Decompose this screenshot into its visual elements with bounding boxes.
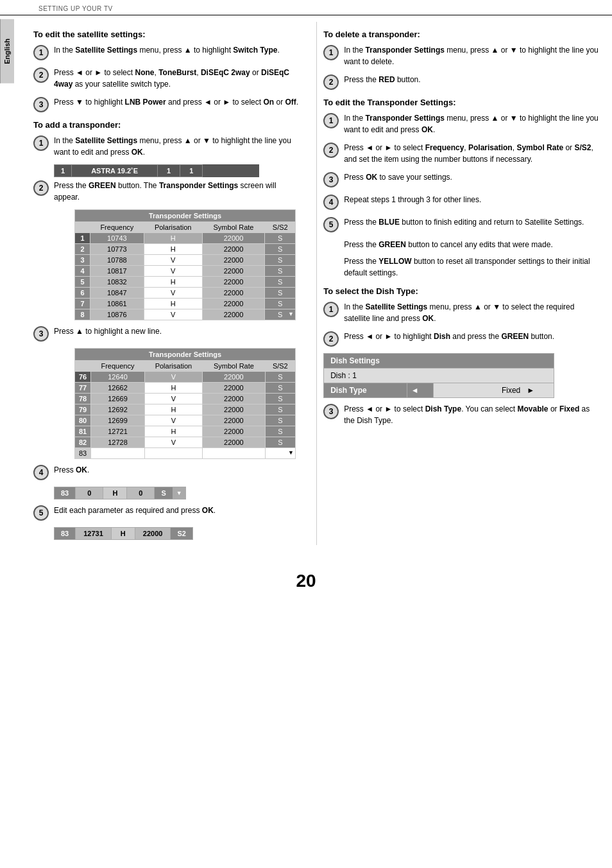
step-text-et-4: Repeat steps 1 through 3 for other lines… xyxy=(344,194,481,205)
col-ss: S/S2 xyxy=(265,222,296,233)
step-text-dish-3: Press ◄ or ► to select Dish Type. You ca… xyxy=(344,403,599,426)
step-num-delete-2: 2 xyxy=(323,74,339,90)
dish-type-value: Fixed ► xyxy=(434,383,554,398)
col-freq: Frequency xyxy=(90,222,144,233)
single-row-2: 83 12731 H 22000 S2 xyxy=(54,527,193,540)
transponder-table-2-container: Transponder Settings Frequency Polarisat… xyxy=(54,348,303,459)
table-row: 4 10817 V 22000 S xyxy=(75,266,296,277)
dish-settings-header-row: Dish Settings xyxy=(324,354,554,369)
table-row: 79 12692 H 22000 S xyxy=(75,404,296,415)
step-edit-sat-3: 3 Press ▼ to highlight LNB Power and pre… xyxy=(33,96,303,112)
table-row: 7 10861 H 22000 S xyxy=(75,299,296,309)
dish-type-row: Dish Type ◄ Fixed ► xyxy=(324,383,554,398)
step-text-dish-2: Press ◄ or ► to highlight Dish and press… xyxy=(344,331,554,342)
table-row: 5 10832 H 22000 S xyxy=(75,277,296,288)
table-row: 80 12699 V 22000 S xyxy=(75,415,296,426)
col-pol: Polarisation xyxy=(144,222,202,233)
col-ss: S/S2 xyxy=(265,361,295,372)
step-text-add-4: Press OK. xyxy=(54,464,89,476)
step-num-add-1: 1 xyxy=(33,135,49,151)
step-add-trans-4: 4 Press OK. xyxy=(33,464,303,480)
table-row: 76 12640 V 22000 S xyxy=(75,372,296,383)
section-title-dish: To select the Dish Type: xyxy=(323,286,599,296)
col-freq: Frequency xyxy=(91,361,144,372)
step-num-et-4: 4 xyxy=(323,195,339,210)
step-edit-trans-5: 5 Press the BLUE button to finish editin… xyxy=(323,216,599,232)
step-num-add-3: 3 xyxy=(33,326,49,342)
english-tab: English xyxy=(0,19,14,83)
step-num-dish-3: 3 xyxy=(323,404,339,419)
transponder-table-2: Transponder Settings Frequency Polarisat… xyxy=(74,348,296,459)
col-sym: Symbol Rate xyxy=(203,361,266,372)
step-num-dish-2: 2 xyxy=(323,331,339,347)
scroll-down-icon: ▼ xyxy=(288,449,294,456)
astra-col3: 1 xyxy=(158,165,180,177)
step-edit-trans-3: 3 Press OK to save your settings. xyxy=(323,171,599,187)
right-column: To delete a transponder: 1 In the Transp… xyxy=(316,22,599,545)
section-dish-type: To select the Dish Type: 1 In the Satell… xyxy=(323,286,599,426)
step-delete-2: 2 Press the RED button. xyxy=(323,74,599,90)
transponder-table-1-container: Transponder Settings Frequency Polarisat… xyxy=(54,209,303,320)
step-text-et-1: In the Transponder Settings menu, press … xyxy=(344,112,599,135)
step-edit-sat-2: 2 Press ◄ or ► to select None, ToneBurst… xyxy=(33,67,303,90)
table-row: 1 10743 H 22000 S xyxy=(75,233,296,244)
section-title-edit-trans: To edit the Transponder Settings: xyxy=(323,98,599,107)
step-num-1: 1 xyxy=(33,45,49,60)
section-delete-transponder: To delete a transponder: 1 In the Transp… xyxy=(323,30,599,90)
step-num-et-3: 3 xyxy=(323,172,339,187)
extra-note-2: Press the YELLOW button to reset all tra… xyxy=(344,256,599,279)
table-row: 82 12728 V 22000 S xyxy=(75,437,296,448)
step-text-et-3: Press OK to save your settings. xyxy=(344,171,452,183)
single-row-1: 83 0 H 0 S ▼ xyxy=(54,487,186,499)
transponder-table-1: Transponder Settings Frequency Polarisat… xyxy=(74,209,296,320)
section-title-delete: To delete a transponder: xyxy=(323,30,599,39)
col-num xyxy=(75,361,91,372)
section-add-transponder: To add a transponder: 1 In the Satellite… xyxy=(33,120,303,540)
dish-number: Dish : 1 xyxy=(324,369,554,383)
step-text-delete-2: Press the RED button. xyxy=(344,74,420,85)
step-delete-1: 1 In the Transponder Settings menu, pres… xyxy=(323,44,599,67)
step-text-add-2: Press the GREEN button. The Transponder … xyxy=(54,180,303,203)
table-row: 8 10876 V 22000 S ▼ xyxy=(75,309,296,320)
step-text-edit-sat-1: In the Satellite Settings menu, press ▲ … xyxy=(54,44,280,56)
step-text-add-1: In the Satellite Settings menu, press ▲ … xyxy=(54,135,303,158)
step-num-2: 2 xyxy=(33,67,49,83)
astra-bar: 1 ASTRA 19.2˚E 1 1 xyxy=(54,164,259,177)
section-title-edit-satellite: To edit the satellite settings: xyxy=(33,30,303,39)
table-row: 3 10788 V 22000 S xyxy=(75,255,296,266)
step-edit-sat-1: 1 In the Satellite Settings menu, press … xyxy=(33,44,303,60)
table2-title: Transponder Settings xyxy=(75,349,296,361)
page-number: 20 xyxy=(0,564,612,598)
step-num-et-1: 1 xyxy=(323,113,339,128)
step-text-delete-1: In the Transponder Settings menu, press … xyxy=(344,44,599,67)
step-edit-trans-1: 1 In the Transponder Settings menu, pres… xyxy=(323,112,599,135)
astra-col1: 1 xyxy=(55,165,72,177)
extra-note-1: Press the GREEN button to cancel any edi… xyxy=(344,239,599,250)
step-text-et-5: Press the BLUE button to finish editing … xyxy=(344,216,584,228)
scroll-down-icon: ▼ xyxy=(288,311,294,317)
table-row: 77 12662 H 22000 S xyxy=(75,383,296,394)
section-edit-satellite: To edit the satellite settings: 1 In the… xyxy=(33,30,303,112)
step-num-add-4: 4 xyxy=(33,465,49,480)
table1-title: Transponder Settings xyxy=(75,210,296,222)
table-row: 83 ▼ xyxy=(75,448,296,459)
dish-settings-header: Dish Settings xyxy=(324,354,554,369)
step-num-3: 3 xyxy=(33,97,49,112)
page-header: SETTING UP YOUR TV xyxy=(0,0,612,15)
step-num-et-2: 2 xyxy=(323,143,339,158)
step-text-edit-sat-3: Press ▼ to highlight LNB Power and press… xyxy=(54,96,298,108)
step-text-add-3: Press ▲ to highlight a new line. xyxy=(54,326,162,337)
dish-type-arrow-left[interactable]: ◄ xyxy=(407,383,434,398)
dish-type-label: Dish Type xyxy=(324,383,407,398)
step-text-dish-1: In the Satellite Settings menu, press ▲ … xyxy=(344,301,599,324)
step-text-add-5: Edit each parameter as required and pres… xyxy=(54,505,216,516)
step-dish-3: 3 Press ◄ or ► to select Dish Type. You … xyxy=(323,403,599,426)
left-column: To edit the satellite settings: 1 In the… xyxy=(33,22,316,545)
step-num-add-5: 5 xyxy=(33,505,49,521)
step-dish-2: 2 Press ◄ or ► to highlight Dish and pre… xyxy=(323,331,599,347)
col-pol: Polarisation xyxy=(144,361,202,372)
scroll-right-icon: ▼ xyxy=(173,487,185,499)
step-edit-trans-2: 2 Press ◄ or ► to select Frequency, Pola… xyxy=(323,142,599,165)
table-row: 78 12669 V 22000 S xyxy=(75,394,296,404)
step-num-add-2: 2 xyxy=(33,180,49,196)
